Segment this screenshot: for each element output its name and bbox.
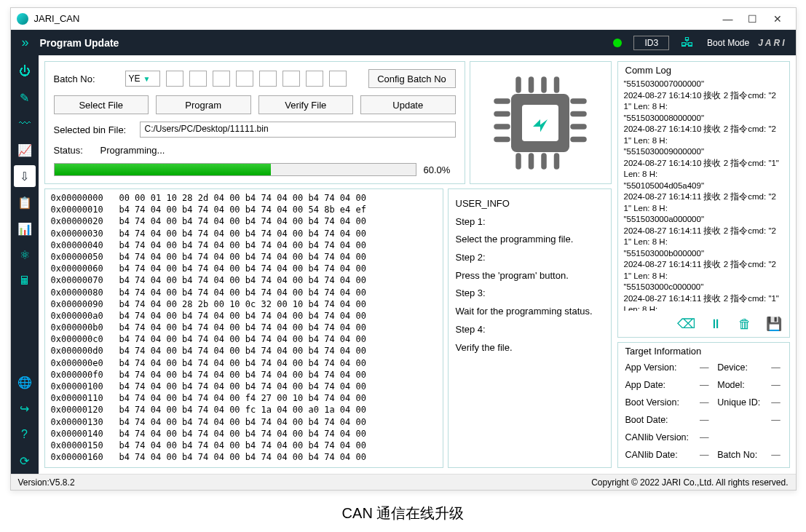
sidebar-chart-icon[interactable]: 📈	[14, 139, 36, 161]
batch-digit-4[interactable]	[236, 71, 253, 87]
update-button[interactable]: Update	[360, 95, 456, 114]
selected-file-input[interactable]: C:/Users/PC/Desktop/11111.bin	[140, 122, 456, 138]
status-bar: Version:V5.8.2 Copyright © 2022 JARI Co.…	[11, 474, 796, 490]
log-line: "551503000c000000"	[624, 282, 783, 293]
window-title: JARI_CAN	[34, 13, 716, 24]
clear-log-icon[interactable]: ⌫	[677, 315, 696, 333]
target-label: Boot Version:	[625, 397, 692, 408]
boot-mode-label: Boot Mode	[707, 38, 749, 48]
ribbon: » Program Update ID3 🖧 Boot Mode JARI	[11, 30, 796, 55]
target-info-panel: Target Information App Version:—Device:—…	[617, 342, 790, 468]
sidebar-globe-icon[interactable]: 🌐	[14, 371, 36, 393]
batch-digit-6[interactable]	[283, 71, 300, 87]
hex-line: 0x000000c0 b4 74 04 00 b4 74 04 00 b4 74…	[51, 333, 437, 345]
controls-panel: Batch No: YE▼ Config Batch No	[44, 61, 465, 184]
hex-line: 0x00000110 b4 74 04 00 b4 74 04 00 f4 27…	[51, 392, 437, 404]
target-label: Batch No:	[717, 450, 762, 460]
target-value: —	[770, 380, 782, 390]
target-label: Boot Date:	[625, 415, 692, 425]
batch-digit-7[interactable]	[306, 71, 323, 87]
hex-dump[interactable]: 0x00000000 00 00 01 10 28 2d 04 00 b4 74…	[44, 188, 443, 468]
log-line: "551503000a000000"	[624, 214, 783, 226]
target-value: —	[698, 397, 710, 408]
batch-digit-2[interactable]	[189, 71, 207, 87]
config-batch-button[interactable]: Config Batch No	[368, 69, 456, 88]
log-line: 2024-08-27 16:14:11 接收 2 指令cmd: "21" Len…	[624, 191, 783, 214]
pause-log-icon[interactable]: ⏸	[706, 315, 725, 333]
log-line: "551503000b000000"	[624, 248, 783, 260]
hex-line: 0x00000130 b4 74 04 00 b4 74 04 00 b4 74…	[51, 416, 437, 428]
user-info-line: Select the programming file.	[456, 231, 604, 249]
sidebar-share-icon[interactable]: ↪	[14, 397, 36, 419]
titlebar: JARI_CAN — ☐ ✕	[11, 8, 796, 30]
target-label: App Date:	[625, 380, 692, 390]
app-window: JARI_CAN — ☐ ✕ » Program Update ID3 🖧 Bo…	[10, 7, 797, 491]
hex-line: 0x00000010 b4 74 04 00 b4 74 04 00 b4 74…	[51, 204, 437, 215]
log-line: "5515030009000000"	[624, 146, 783, 158]
hex-line: 0x00000150 b4 74 04 00 b4 74 04 00 b4 74…	[51, 440, 437, 451]
target-label: Device:	[717, 362, 762, 373]
close-icon[interactable]: ✕	[765, 11, 790, 27]
user-info-line: Step 4:	[456, 321, 604, 339]
log-line: 2024-08-27 16:14:10 接收 2 指令cmd: "21" Len…	[624, 124, 783, 146]
progress-bar	[54, 163, 416, 176]
comm-log-body[interactable]: "5515030007000000"2024-08-27 16:14:10 接收…	[618, 77, 789, 311]
minimize-icon[interactable]: —	[716, 11, 740, 27]
delete-log-icon[interactable]: 🗑	[735, 315, 754, 333]
hex-line: 0x00000100 b4 74 04 00 b4 74 04 00 b4 74…	[51, 381, 437, 392]
batch-digit-3[interactable]	[213, 71, 230, 87]
hex-line: 0x00000140 b4 74 04 00 b4 74 04 00 b4 74…	[51, 428, 437, 440]
copyright-label: Copyright © 2022 JARI Co.,Ltd. All right…	[591, 477, 788, 488]
verify-file-button[interactable]: Verify File	[258, 95, 354, 114]
brand-logo: JARI	[758, 38, 786, 48]
batch-select[interactable]: YE▼	[125, 71, 160, 87]
log-line: "5515030008000000"	[624, 113, 783, 124]
device-icon[interactable]: 🖧	[681, 35, 694, 50]
figure-caption: CAN 通信在线升级	[0, 504, 806, 523]
id-select[interactable]: ID3	[633, 36, 669, 50]
sidebar-wave-icon[interactable]: 〰	[14, 113, 36, 135]
target-label: App Version:	[625, 362, 692, 373]
target-info-title: Target Information	[618, 343, 789, 358]
sidebar-molecule-icon[interactable]: ⚛	[14, 244, 36, 266]
sidebar-log-icon[interactable]: 📋	[14, 191, 36, 213]
sidebar-calculator-icon[interactable]: 🖩	[14, 270, 36, 292]
hex-line: 0x00000040 b4 74 04 00 b4 74 04 00 b4 74…	[51, 239, 437, 251]
hex-line: 0x000000a0 b4 74 04 00 b4 74 04 00 b4 74…	[51, 310, 437, 322]
batch-digit-8[interactable]	[329, 71, 347, 87]
hex-line: 0x000000e0 b4 74 04 00 b4 74 04 00 b4 74…	[51, 357, 437, 369]
hex-line: 0x00000090 b4 74 04 00 28 2b 00 10 0c 32…	[51, 298, 437, 310]
comm-log-title: Comm Log	[618, 62, 789, 77]
target-value: —	[770, 362, 782, 373]
sidebar-edit-icon[interactable]: ✎	[14, 87, 36, 108]
log-line: "5515030007000000"	[624, 79, 783, 90]
log-line: 2024-08-27 16:14:11 接收 2 指令cmd: "1" Len:…	[624, 293, 783, 311]
program-button[interactable]: Program	[156, 95, 251, 114]
user-info-line: Step 3:	[456, 285, 604, 303]
user-info-panel: USER_INFOStep 1:Select the programming f…	[448, 188, 612, 468]
save-log-icon[interactable]: 💾	[764, 315, 783, 333]
version-label: Version:V5.8.2	[18, 477, 75, 488]
select-file-button[interactable]: Select File	[54, 95, 149, 114]
hex-line: 0x00000060 b4 74 04 00 b4 74 04 00 b4 74…	[51, 263, 437, 274]
hex-line: 0x00000080 b4 74 04 00 b4 74 04 00 b4 74…	[51, 287, 437, 298]
hex-line: 0x000000f0 b4 74 04 00 b4 74 04 00 b4 74…	[51, 369, 437, 381]
chevrons-icon[interactable]: »	[11, 35, 40, 50]
log-line: 2024-08-27 16:14:11 接收 2 指令cmd: "21" Len…	[624, 226, 783, 248]
batch-digit-5[interactable]	[259, 71, 277, 87]
target-label: Unique ID:	[717, 397, 762, 408]
target-value: —	[698, 415, 710, 425]
hex-line: 0x00000020 b4 74 04 00 b4 74 04 00 b4 74…	[51, 215, 437, 227]
sidebar-network-icon[interactable]: ⏻	[14, 60, 36, 82]
user-info-line: Verify the file.	[456, 339, 604, 357]
sidebar-help-icon[interactable]: ?	[14, 424, 36, 445]
log-line: 2024-08-27 16:14:10 接收 2 指令cmd: "1" Len:…	[624, 158, 783, 180]
batch-digit-1[interactable]	[166, 71, 183, 87]
user-info-line: Step 2:	[456, 249, 604, 267]
hex-line: 0x00000050 b4 74 04 00 b4 74 04 00 b4 74…	[51, 251, 437, 263]
target-value: —	[698, 380, 710, 390]
maximize-icon[interactable]: ☐	[740, 11, 765, 27]
sidebar-download-icon[interactable]: ⇩	[14, 165, 36, 187]
sidebar-power-icon[interactable]: ⟳	[14, 450, 36, 472]
sidebar-scope-icon[interactable]: 📊	[14, 218, 36, 239]
